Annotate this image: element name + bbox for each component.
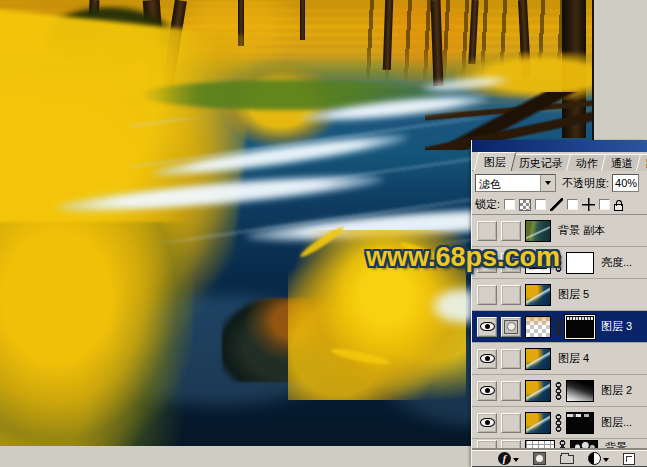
link-toggle[interactable] <box>501 285 521 305</box>
visibility-toggle[interactable] <box>477 413 497 433</box>
transparency-checker-icon <box>519 199 531 211</box>
layer-name[interactable]: 背景 <box>605 440 627 450</box>
lock-position-checkbox[interactable] <box>567 199 578 210</box>
opacity-label: 不透明度: <box>562 176 609 191</box>
link-toggle[interactable] <box>501 221 521 241</box>
chevron-down-icon <box>513 458 519 465</box>
layer-row-5[interactable]: 图层 5 <box>472 279 647 311</box>
layers-panel: 图层 历史记录 动作 通道 路径 滤色 不透明度: 40% 锁定: <box>471 140 647 467</box>
layer-name[interactable]: 亮度... <box>601 255 632 270</box>
yellow-grass-clump <box>0 222 193 446</box>
folder-icon <box>560 455 574 464</box>
layer-mask-thumbnail[interactable] <box>566 316 594 338</box>
tab-label: 动作 <box>576 156 598 171</box>
chain-link-icon <box>559 440 566 450</box>
layer-name[interactable]: 图层 4 <box>558 351 589 366</box>
visibility-toggle[interactable] <box>477 285 497 305</box>
new-layer-button[interactable] <box>623 453 635 465</box>
visibility-toggle[interactable] <box>477 440 497 450</box>
lock-label: 锁定: <box>475 197 500 212</box>
eye-icon <box>480 354 495 363</box>
layer-name[interactable]: 图层... <box>601 415 632 430</box>
new-layer-icon <box>623 453 635 465</box>
layer-row-2[interactable]: 图层 2 <box>472 375 647 407</box>
link-toggle[interactable] <box>501 413 521 433</box>
layer-mask-thumbnail[interactable] <box>566 380 594 402</box>
layer-thumbnail[interactable] <box>525 440 555 450</box>
layer-row-1[interactable]: 图层... <box>472 407 647 439</box>
tab-label: 通道 <box>611 156 633 171</box>
adjustment-circle-icon <box>588 452 601 465</box>
eye-icon <box>480 322 495 331</box>
blend-mode-value: 滤色 <box>476 175 540 191</box>
blend-opacity-row: 滤色 不透明度: 40% <box>472 171 647 195</box>
new-layer-set-button[interactable] <box>560 453 574 464</box>
layer-mask-thumbnail[interactable] <box>566 412 594 434</box>
panel-toolbar: f <box>472 450 647 467</box>
visibility-toggle[interactable] <box>477 317 497 337</box>
lock-all-checkbox[interactable] <box>599 199 610 210</box>
tab-label: 历史记录 <box>519 156 563 171</box>
visibility-toggle[interactable] <box>477 381 497 401</box>
panel-titlebar[interactable] <box>472 140 647 152</box>
link-toggle[interactable] <box>501 349 521 369</box>
layer-thumbnail[interactable] <box>525 412 551 434</box>
lock-transparency-checkbox[interactable] <box>504 199 515 210</box>
layer-row-3-selected[interactable]: 图层 3 <box>472 311 647 343</box>
layer-row-4[interactable]: 图层 4 <box>472 343 647 375</box>
blend-mode-dropdown-button[interactable] <box>540 175 555 191</box>
layer-row-clipped[interactable]: 背景 <box>472 439 647 450</box>
chain-link-icon <box>555 382 562 400</box>
link-toggle[interactable] <box>501 440 521 450</box>
move-cross-icon <box>582 198 595 211</box>
layer-style-button[interactable]: f <box>498 452 519 465</box>
layer-thumbnail[interactable] <box>525 220 551 242</box>
chevron-down-icon <box>545 181 551 188</box>
link-toggle[interactable] <box>501 381 521 401</box>
lock-row: 锁定: <box>472 195 647 215</box>
layer-name[interactable]: 图层 2 <box>601 383 632 398</box>
layer-name[interactable]: 图层 5 <box>558 287 589 302</box>
add-layer-mask-button[interactable] <box>533 452 546 465</box>
lock-image-checkbox[interactable] <box>535 199 546 210</box>
paintbrush-icon <box>550 198 563 211</box>
photoshop-workspace: www.68ps.com 图层 历史记录 动作 通道 路径 滤色 不透明度: 4… <box>0 0 647 467</box>
layer-thumbnail[interactable] <box>525 316 551 338</box>
link-toggle[interactable] <box>501 317 521 337</box>
eye-icon <box>480 386 495 395</box>
eye-icon <box>480 418 495 427</box>
watermark-text: www.68ps.com <box>366 242 560 273</box>
layer-style-icon: f <box>498 452 511 465</box>
visibility-toggle[interactable] <box>477 349 497 369</box>
blend-mode-select[interactable]: 滤色 <box>475 174 556 192</box>
visibility-toggle[interactable] <box>477 221 497 241</box>
layer-mask-thumbnail[interactable] <box>566 252 594 274</box>
panel-tabs: 图层 历史记录 动作 通道 路径 <box>472 152 647 171</box>
layer-mask-thumbnail[interactable] <box>570 440 598 450</box>
chain-link-icon <box>555 318 562 336</box>
tab-label: 图层 <box>484 155 506 170</box>
layer-thumbnail[interactable] <box>525 284 551 306</box>
new-adjustment-layer-button[interactable] <box>588 452 609 465</box>
tab-history[interactable]: 历史记录 <box>509 154 573 171</box>
padlock-icon <box>614 204 623 211</box>
chevron-down-icon <box>603 458 609 465</box>
layer-thumbnail[interactable] <box>525 380 551 402</box>
tab-layers[interactable]: 图层 <box>474 152 517 171</box>
add-mask-icon <box>533 452 546 465</box>
tree-trunk <box>300 0 305 40</box>
opacity-value[interactable]: 40% <box>612 174 639 192</box>
layer-thumbnail[interactable] <box>525 348 551 370</box>
mask-editing-icon <box>504 320 518 334</box>
layer-name[interactable]: 图层 3 <box>601 319 632 334</box>
layer-name[interactable]: 背景 副本 <box>558 223 605 238</box>
chain-link-icon <box>555 414 562 432</box>
